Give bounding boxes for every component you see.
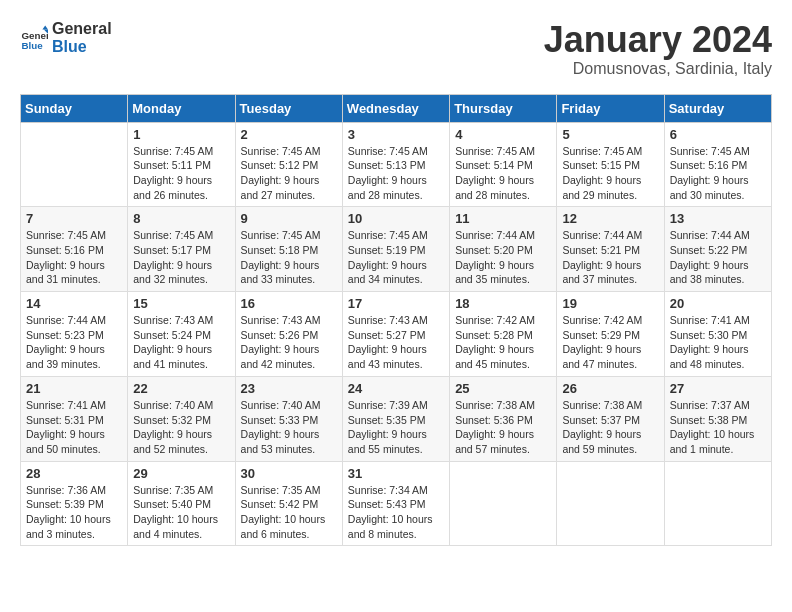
day-info: Sunrise: 7:43 AM Sunset: 5:27 PM Dayligh… (348, 313, 444, 372)
calendar-cell: 15Sunrise: 7:43 AM Sunset: 5:24 PM Dayli… (128, 292, 235, 377)
day-info: Sunrise: 7:44 AM Sunset: 5:21 PM Dayligh… (562, 228, 658, 287)
page-header: General Blue General Blue January 2024 D… (20, 20, 772, 78)
day-number: 22 (133, 381, 229, 396)
logo: General Blue General Blue (20, 20, 112, 55)
weekday-header-wednesday: Wednesday (342, 94, 449, 122)
calendar-cell: 6Sunrise: 7:45 AM Sunset: 5:16 PM Daylig… (664, 122, 771, 207)
day-info: Sunrise: 7:41 AM Sunset: 5:31 PM Dayligh… (26, 398, 122, 457)
day-info: Sunrise: 7:45 AM Sunset: 5:18 PM Dayligh… (241, 228, 337, 287)
calendar-cell: 12Sunrise: 7:44 AM Sunset: 5:21 PM Dayli… (557, 207, 664, 292)
day-info: Sunrise: 7:45 AM Sunset: 5:16 PM Dayligh… (26, 228, 122, 287)
day-info: Sunrise: 7:44 AM Sunset: 5:23 PM Dayligh… (26, 313, 122, 372)
calendar-table: SundayMondayTuesdayWednesdayThursdayFrid… (20, 94, 772, 547)
day-info: Sunrise: 7:35 AM Sunset: 5:42 PM Dayligh… (241, 483, 337, 542)
day-number: 17 (348, 296, 444, 311)
day-info: Sunrise: 7:34 AM Sunset: 5:43 PM Dayligh… (348, 483, 444, 542)
calendar-cell (557, 461, 664, 546)
calendar-cell: 13Sunrise: 7:44 AM Sunset: 5:22 PM Dayli… (664, 207, 771, 292)
month-title: January 2024 (544, 20, 772, 60)
day-info: Sunrise: 7:44 AM Sunset: 5:20 PM Dayligh… (455, 228, 551, 287)
location: Domusnovas, Sardinia, Italy (544, 60, 772, 78)
day-number: 20 (670, 296, 766, 311)
day-number: 28 (26, 466, 122, 481)
day-info: Sunrise: 7:42 AM Sunset: 5:28 PM Dayligh… (455, 313, 551, 372)
weekday-header-saturday: Saturday (664, 94, 771, 122)
calendar-cell: 16Sunrise: 7:43 AM Sunset: 5:26 PM Dayli… (235, 292, 342, 377)
calendar-cell: 18Sunrise: 7:42 AM Sunset: 5:28 PM Dayli… (450, 292, 557, 377)
weekday-header-monday: Monday (128, 94, 235, 122)
weekday-header-sunday: Sunday (21, 94, 128, 122)
calendar-cell: 29Sunrise: 7:35 AM Sunset: 5:40 PM Dayli… (128, 461, 235, 546)
calendar-cell: 11Sunrise: 7:44 AM Sunset: 5:20 PM Dayli… (450, 207, 557, 292)
day-number: 16 (241, 296, 337, 311)
day-info: Sunrise: 7:37 AM Sunset: 5:38 PM Dayligh… (670, 398, 766, 457)
calendar-cell: 17Sunrise: 7:43 AM Sunset: 5:27 PM Dayli… (342, 292, 449, 377)
day-info: Sunrise: 7:40 AM Sunset: 5:33 PM Dayligh… (241, 398, 337, 457)
day-info: Sunrise: 7:43 AM Sunset: 5:26 PM Dayligh… (241, 313, 337, 372)
day-info: Sunrise: 7:45 AM Sunset: 5:19 PM Dayligh… (348, 228, 444, 287)
day-info: Sunrise: 7:45 AM Sunset: 5:11 PM Dayligh… (133, 144, 229, 203)
day-info: Sunrise: 7:45 AM Sunset: 5:15 PM Dayligh… (562, 144, 658, 203)
day-info: Sunrise: 7:36 AM Sunset: 5:39 PM Dayligh… (26, 483, 122, 542)
day-info: Sunrise: 7:45 AM Sunset: 5:16 PM Dayligh… (670, 144, 766, 203)
day-number: 25 (455, 381, 551, 396)
logo-icon: General Blue (20, 24, 48, 52)
week-row-5: 28Sunrise: 7:36 AM Sunset: 5:39 PM Dayli… (21, 461, 772, 546)
day-info: Sunrise: 7:42 AM Sunset: 5:29 PM Dayligh… (562, 313, 658, 372)
calendar-cell (21, 122, 128, 207)
day-number: 7 (26, 211, 122, 226)
logo-blue: Blue (52, 38, 112, 56)
day-number: 27 (670, 381, 766, 396)
day-number: 24 (348, 381, 444, 396)
week-row-2: 7Sunrise: 7:45 AM Sunset: 5:16 PM Daylig… (21, 207, 772, 292)
day-info: Sunrise: 7:44 AM Sunset: 5:22 PM Dayligh… (670, 228, 766, 287)
calendar-cell: 23Sunrise: 7:40 AM Sunset: 5:33 PM Dayli… (235, 376, 342, 461)
calendar-cell: 22Sunrise: 7:40 AM Sunset: 5:32 PM Dayli… (128, 376, 235, 461)
day-number: 29 (133, 466, 229, 481)
calendar-cell: 19Sunrise: 7:42 AM Sunset: 5:29 PM Dayli… (557, 292, 664, 377)
day-info: Sunrise: 7:38 AM Sunset: 5:37 PM Dayligh… (562, 398, 658, 457)
weekday-header-row: SundayMondayTuesdayWednesdayThursdayFrid… (21, 94, 772, 122)
calendar-cell: 5Sunrise: 7:45 AM Sunset: 5:15 PM Daylig… (557, 122, 664, 207)
day-number: 3 (348, 127, 444, 142)
calendar-cell: 7Sunrise: 7:45 AM Sunset: 5:16 PM Daylig… (21, 207, 128, 292)
day-info: Sunrise: 7:35 AM Sunset: 5:40 PM Dayligh… (133, 483, 229, 542)
calendar-cell: 30Sunrise: 7:35 AM Sunset: 5:42 PM Dayli… (235, 461, 342, 546)
day-number: 15 (133, 296, 229, 311)
day-number: 9 (241, 211, 337, 226)
calendar-cell: 25Sunrise: 7:38 AM Sunset: 5:36 PM Dayli… (450, 376, 557, 461)
day-number: 21 (26, 381, 122, 396)
calendar-cell: 28Sunrise: 7:36 AM Sunset: 5:39 PM Dayli… (21, 461, 128, 546)
calendar-cell: 24Sunrise: 7:39 AM Sunset: 5:35 PM Dayli… (342, 376, 449, 461)
day-number: 8 (133, 211, 229, 226)
svg-marker-2 (42, 25, 48, 29)
day-number: 4 (455, 127, 551, 142)
day-number: 26 (562, 381, 658, 396)
day-info: Sunrise: 7:45 AM Sunset: 5:13 PM Dayligh… (348, 144, 444, 203)
calendar-cell: 27Sunrise: 7:37 AM Sunset: 5:38 PM Dayli… (664, 376, 771, 461)
day-info: Sunrise: 7:45 AM Sunset: 5:12 PM Dayligh… (241, 144, 337, 203)
day-info: Sunrise: 7:45 AM Sunset: 5:17 PM Dayligh… (133, 228, 229, 287)
day-info: Sunrise: 7:40 AM Sunset: 5:32 PM Dayligh… (133, 398, 229, 457)
day-info: Sunrise: 7:41 AM Sunset: 5:30 PM Dayligh… (670, 313, 766, 372)
day-info: Sunrise: 7:43 AM Sunset: 5:24 PM Dayligh… (133, 313, 229, 372)
calendar-cell: 4Sunrise: 7:45 AM Sunset: 5:14 PM Daylig… (450, 122, 557, 207)
week-row-3: 14Sunrise: 7:44 AM Sunset: 5:23 PM Dayli… (21, 292, 772, 377)
day-info: Sunrise: 7:38 AM Sunset: 5:36 PM Dayligh… (455, 398, 551, 457)
calendar-cell: 1Sunrise: 7:45 AM Sunset: 5:11 PM Daylig… (128, 122, 235, 207)
calendar-cell: 20Sunrise: 7:41 AM Sunset: 5:30 PM Dayli… (664, 292, 771, 377)
calendar-cell: 2Sunrise: 7:45 AM Sunset: 5:12 PM Daylig… (235, 122, 342, 207)
calendar-cell (664, 461, 771, 546)
calendar-cell: 26Sunrise: 7:38 AM Sunset: 5:37 PM Dayli… (557, 376, 664, 461)
weekday-header-friday: Friday (557, 94, 664, 122)
weekday-header-tuesday: Tuesday (235, 94, 342, 122)
day-number: 2 (241, 127, 337, 142)
svg-text:Blue: Blue (21, 40, 43, 51)
day-number: 12 (562, 211, 658, 226)
day-number: 5 (562, 127, 658, 142)
calendar-cell: 9Sunrise: 7:45 AM Sunset: 5:18 PM Daylig… (235, 207, 342, 292)
calendar-cell: 31Sunrise: 7:34 AM Sunset: 5:43 PM Dayli… (342, 461, 449, 546)
day-number: 19 (562, 296, 658, 311)
day-number: 23 (241, 381, 337, 396)
calendar-cell: 14Sunrise: 7:44 AM Sunset: 5:23 PM Dayli… (21, 292, 128, 377)
